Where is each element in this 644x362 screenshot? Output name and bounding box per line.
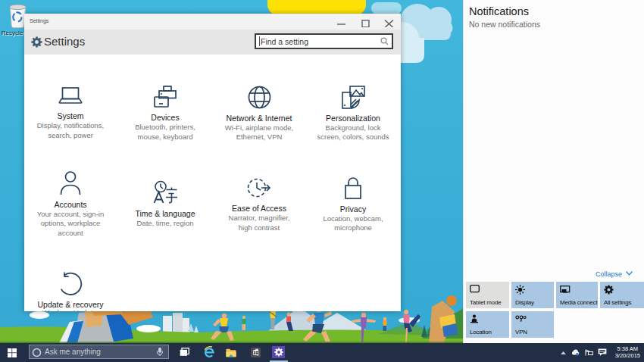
svg-text:Recycle: Recycle: [2, 30, 23, 36]
